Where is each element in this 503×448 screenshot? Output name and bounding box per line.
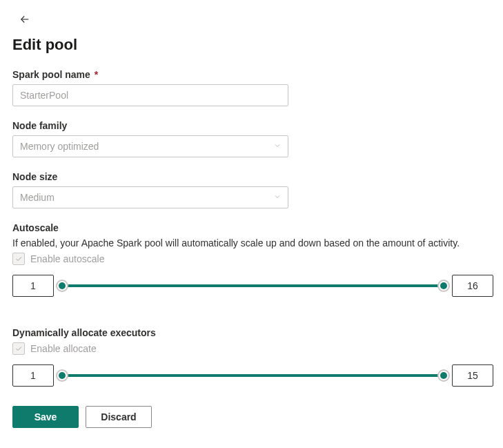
pool-name-label-text: Spark pool name [12, 69, 90, 80]
discard-button[interactable]: Discard [86, 406, 152, 428]
arrow-left-icon [19, 13, 31, 26]
node-family-value: Memory optimized [20, 141, 99, 152]
field-node-size: Node size Medium [12, 171, 491, 208]
pool-name-label: Spark pool name * [12, 69, 491, 80]
check-icon [14, 344, 23, 353]
node-family-label: Node family [12, 120, 491, 131]
field-node-family: Node family Memory optimized [12, 120, 491, 157]
allocate-label: Dynamically allocate executors [12, 327, 491, 338]
autoscale-checkbox[interactable] [12, 253, 25, 265]
check-icon [14, 255, 23, 263]
allocate-max-input[interactable] [452, 364, 493, 387]
node-size-label: Node size [12, 171, 491, 182]
autoscale-thumb-max[interactable] [437, 280, 450, 292]
autoscale-thumb-min[interactable] [56, 280, 68, 292]
slider-track [62, 284, 444, 287]
autoscale-label: Autoscale [12, 222, 491, 233]
allocate-checkbox[interactable] [12, 342, 25, 355]
autoscale-min-input[interactable] [12, 275, 54, 297]
autoscale-description: If enabled, your Apache Spark pool will … [12, 237, 491, 249]
field-allocate: Dynamically allocate executors Enable al… [12, 327, 491, 387]
node-size-select[interactable]: Medium [12, 186, 288, 208]
allocate-slider[interactable] [62, 369, 444, 382]
save-button[interactable]: Save [12, 406, 79, 428]
autoscale-checkbox-label: Enable autoscale [30, 253, 104, 264]
autoscale-slider[interactable] [62, 279, 444, 293]
page-title: Edit pool [12, 36, 491, 54]
node-family-select[interactable]: Memory optimized [12, 135, 288, 157]
back-button[interactable] [14, 8, 36, 30]
field-pool-name: Spark pool name * [12, 69, 491, 106]
allocate-min-input[interactable] [12, 364, 54, 387]
autoscale-max-input[interactable] [452, 275, 493, 297]
slider-track [62, 374, 444, 377]
pool-name-input[interactable] [12, 84, 288, 106]
field-autoscale: Autoscale If enabled, your Apache Spark … [12, 222, 491, 297]
allocate-thumb-max[interactable] [437, 369, 450, 382]
required-marker: * [95, 69, 98, 80]
allocate-thumb-min[interactable] [56, 369, 68, 382]
node-size-value: Medium [20, 192, 55, 203]
allocate-checkbox-label: Enable allocate [30, 343, 97, 354]
